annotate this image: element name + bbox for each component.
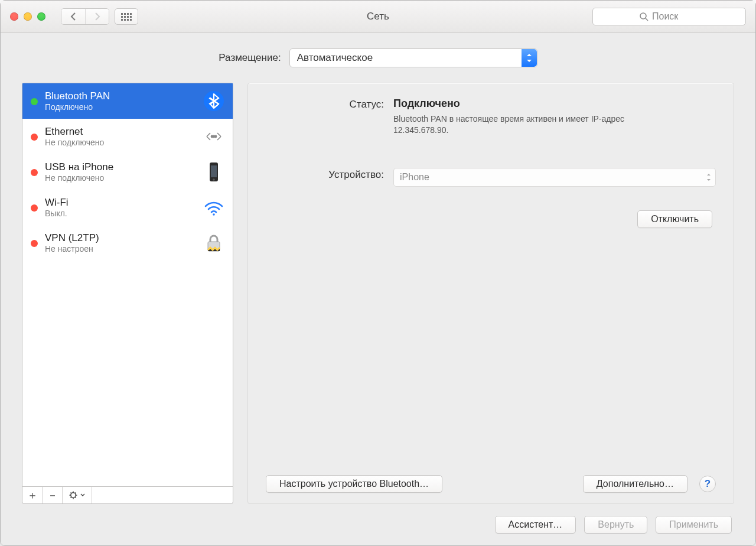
service-actions-button[interactable] [63,487,92,503]
location-label: Размещение: [219,52,281,64]
svg-line-1 [646,18,648,21]
ethernet-icon [201,124,227,150]
service-vpn[interactable]: VPN (L2TP) Не настроен [22,225,233,261]
status-dot-icon [31,98,38,105]
svg-point-8 [213,178,215,181]
bluetooth-icon [201,88,227,114]
iphone-icon [201,159,227,185]
chevron-left-icon [70,12,77,21]
service-usb-iphone[interactable]: USB на iPhone Не подключено [22,154,233,190]
assistant-button[interactable]: Ассистент… [495,516,576,534]
service-status: Не подключено [45,138,194,148]
service-text: VPN (L2TP) Не настроен [45,232,194,255]
nav-segmented [61,8,109,25]
titlebar: Сеть [1,1,755,33]
service-wifi[interactable]: Wi-Fi Выкл. [22,190,233,225]
detail-form: Статус: Подключено Bluetooth PAN в насто… [266,98,716,228]
service-status: Выкл. [45,209,194,219]
location-row: Размещение: Автоматическое [22,48,734,67]
close-window-button[interactable] [10,12,18,21]
service-name: Ethernet [45,125,194,138]
revert-button[interactable]: Вернуть [584,516,647,534]
detail-bottom-row: Настроить устройство Bluetooth… Дополнит… [266,469,716,493]
grid-icon [121,13,132,21]
status-value: Подключено [393,98,716,110]
service-ethernet[interactable]: Ethernet Не подключено [22,119,233,154]
status-description: Bluetooth PAN в настоящее время активен … [393,113,653,136]
search-field-wrap[interactable] [592,8,746,25]
remove-service-button[interactable]: － [43,487,63,503]
service-name: USB на iPhone [45,161,194,173]
svg-line-17 [71,493,71,493]
svg-line-20 [75,493,76,493]
chevron-right-icon [94,12,101,21]
add-service-button[interactable]: ＋ [22,487,43,503]
service-text: Ethernet Не подключено [45,125,194,148]
service-name: Bluetooth PAN [45,90,194,102]
sidebar: Bluetooth PAN Подключено Ethernet Не под… [22,83,233,504]
status-dot-icon [31,204,38,212]
status-dot-icon [31,240,38,247]
svg-line-18 [75,497,76,498]
body: Размещение: Автоматическое Bluetooth PAN… [1,33,755,545]
detail-pane: Статус: Подключено Bluetooth PAN в насто… [247,83,734,504]
traffic-lights [10,12,45,21]
svg-point-12 [71,493,76,498]
columns: Bluetooth PAN Подключено Ethernet Не под… [22,83,734,504]
search-input[interactable] [652,11,699,22]
stepper-icon [706,168,712,186]
svg-point-5 [214,135,216,137]
service-status: Не подключено [45,173,194,184]
status-dot-icon [31,169,38,176]
advanced-button[interactable]: Дополнительно… [583,475,687,493]
svg-line-19 [71,497,71,498]
location-value: Автоматическое [297,52,373,64]
search-icon [639,12,649,21]
service-status: Не настроен [45,244,194,255]
location-popup[interactable]: Автоматическое [289,48,537,67]
service-status: Подключено [45,102,194,113]
chevron-down-icon [80,493,85,497]
service-list: Bluetooth PAN Подключено Ethernet Не под… [22,83,233,486]
service-list-footer: ＋ － [22,486,233,504]
zoom-window-button[interactable] [37,12,45,21]
apply-button[interactable]: Применить [656,516,732,534]
svg-point-9 [213,213,215,216]
network-prefs-window: Сеть Размещение: Автоматическое [0,0,756,546]
device-popup[interactable]: iPhone [393,168,716,187]
minimize-window-button[interactable] [24,12,32,21]
status-label: Статус: [266,98,384,136]
service-text: Wi-Fi Выкл. [45,196,194,219]
setup-bluetooth-button[interactable]: Настроить устройство Bluetooth… [266,475,442,493]
footer-buttons: Ассистент… Вернуть Применить [22,504,734,534]
wifi-icon [201,194,227,220]
svg-rect-7 [211,165,217,177]
disconnect-button[interactable]: Отключить [637,210,712,228]
svg-point-0 [640,13,646,19]
device-value: iPhone [400,172,429,183]
back-button[interactable] [61,9,85,24]
stepper-icon [522,49,537,67]
device-label: Устройство: [266,168,384,187]
help-button[interactable]: ? [699,476,716,492]
lock-icon [201,230,227,256]
service-text: USB на iPhone Не подключено [45,161,194,184]
show-all-button[interactable] [115,8,138,25]
service-name: VPN (L2TP) [45,232,194,244]
gear-icon [69,490,79,500]
service-bluetooth-pan[interactable]: Bluetooth PAN Подключено [22,83,233,119]
forward-button[interactable] [85,9,109,24]
status-dot-icon [31,134,38,141]
service-name: Wi-Fi [45,196,194,209]
service-text: Bluetooth PAN Подключено [45,90,194,113]
